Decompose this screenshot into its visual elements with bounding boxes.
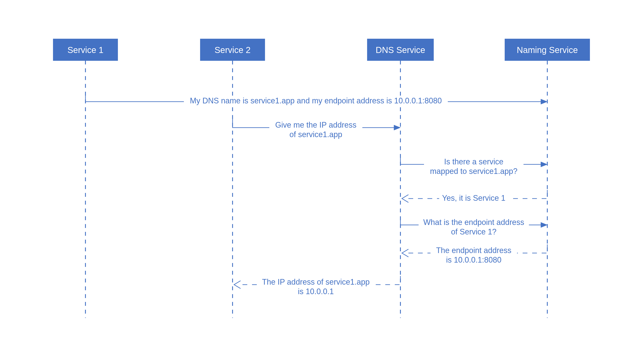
message-endpoint-response: The endpoint address is 10.0.0.1:8080 [402, 244, 547, 265]
svg-marker-6 [394, 125, 400, 130]
svg-marker-4 [541, 99, 547, 104]
message-text: My DNS name is service1.app and my endpo… [190, 96, 442, 105]
message-text: of Service 1? [451, 227, 496, 236]
message-register: My DNS name is service1.app and my endpo… [86, 93, 547, 105]
message-text: Give me the IP address [275, 120, 356, 129]
message-text: Is there a service [444, 157, 504, 166]
participant-naming-service: Naming Service [505, 39, 590, 60]
message-check-mapping: Is there a service mapped to service1.ap… [400, 156, 547, 176]
participant-label: Naming Service [517, 45, 578, 55]
message-query-ip: Give me the IP address of service1.app [232, 119, 400, 140]
message-text: mapped to service1.app? [430, 167, 518, 176]
message-mapping-response: Yes, it is Service 1 [402, 190, 547, 202]
participant-label: DNS Service [376, 45, 425, 55]
message-text: is 10.0.0.1 [298, 287, 334, 296]
message-query-endpoint: What is the endpoint address of Service … [400, 216, 547, 237]
message-text: is 10.0.0.1:8080 [446, 256, 502, 264]
message-text: The endpoint address [436, 246, 512, 255]
svg-marker-11 [541, 222, 547, 228]
message-ip-response: The IP address of service1.app is 10.0.0… [234, 276, 400, 297]
participant-label: Service 2 [214, 45, 251, 55]
sequence-diagram: Service 1 Service 2 DNS Service Naming S… [0, 0, 644, 348]
participant-dns-service: DNS Service [367, 39, 434, 60]
message-text: of service1.app [290, 130, 342, 139]
message-text: What is the endpoint address [423, 218, 524, 227]
svg-marker-8 [541, 162, 547, 167]
participant-service2: Service 2 [200, 39, 265, 60]
participant-service1: Service 1 [53, 39, 118, 60]
participant-label: Service 1 [68, 45, 104, 55]
message-text: Yes, it is Service 1 [442, 194, 506, 202]
message-text: The IP address of service1.app [262, 278, 370, 286]
